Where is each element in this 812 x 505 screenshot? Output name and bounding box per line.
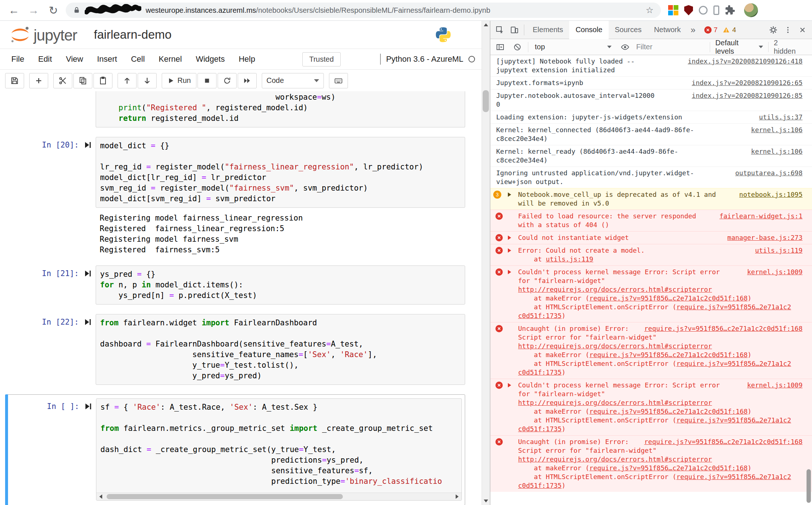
cell-horizontal-scrollbar[interactable]: [96, 493, 461, 500]
message-source-link[interactable]: fairlearn-widget.js:1: [719, 212, 803, 221]
console-message[interactable]: index.js?v=20200821090126:65Jupytext.for…: [490, 76, 812, 89]
message-source-link[interactable]: kernel.js:1009: [747, 268, 803, 276]
command-palette-button[interactable]: [329, 73, 348, 88]
message-source-link[interactable]: require.js?v=951f856…c2e71a1c2c0d51f:168: [644, 437, 803, 446]
console-message[interactable]: require.js?v=951f856…c2e71a1c2c0d51f:168…: [490, 435, 812, 492]
console-message[interactable]: kernel.js:1009×Couldn't process kernel m…: [490, 265, 812, 322]
console-message[interactable]: kernel.js:106Kernel: kernel_ready (86d40…: [490, 145, 812, 167]
menu-widgets[interactable]: Widgets: [189, 54, 231, 64]
warning-badge[interactable]: 4: [723, 26, 736, 34]
console-filter-input[interactable]: [635, 42, 706, 51]
address-bar[interactable]: westeurope.instances.azureml.ms/notebook…: [66, 3, 661, 18]
ublock-extension-icon[interactable]: [684, 5, 693, 15]
inline-link[interactable]: require.js?v=951f856…c2e71a1c2c0d51f:168: [589, 351, 747, 359]
interrupt-kernel-button[interactable]: [198, 73, 217, 88]
notebook-cell[interactable]: In [20]: model_dict = {} lr_reg_id = reg…: [5, 137, 465, 256]
trusted-button[interactable]: Trusted: [302, 52, 341, 66]
tab-sources[interactable]: Sources: [609, 21, 648, 39]
menu-kernel[interactable]: Kernel: [152, 54, 189, 64]
expand-caret-icon[interactable]: [508, 192, 511, 197]
notebook-title[interactable]: fairlearn-demo: [94, 28, 172, 42]
inline-link[interactable]: http://requirejs.org/docs/errors.html#sc…: [518, 455, 712, 463]
console-message[interactable]: index.js?v=20200821090126:418[jupytext] …: [490, 55, 812, 76]
cell-code-input[interactable]: workspace=ws) print("Registered ", regis…: [96, 91, 465, 127]
message-source-link[interactable]: utils.js:37: [759, 113, 803, 122]
inline-link[interactable]: require.js?v=951f856…2e71a1c2: [677, 303, 791, 311]
restart-kernel-button[interactable]: [218, 73, 237, 88]
more-tabs-chevron[interactable]: »: [687, 25, 699, 35]
jupyter-logo[interactable]: jupyter: [9, 26, 77, 43]
restart-run-all-button[interactable]: [238, 73, 257, 88]
inline-link[interactable]: require.js?v=951f856…c2e71a1c2c0d51f:168: [589, 464, 747, 472]
menu-help[interactable]: Help: [232, 54, 262, 64]
forward-button[interactable]: →: [26, 4, 41, 16]
reload-button[interactable]: ↻: [46, 4, 61, 17]
message-source-link[interactable]: require.js?v=951f856…c2e71a1c2c0d51f:168: [644, 324, 803, 333]
notebook-cell[interactable]: In [22]: from fairlearn.widget import Fa…: [5, 314, 465, 385]
run-cell-icon[interactable]: [84, 401, 92, 410]
devtools-settings-gear-icon[interactable]: [766, 21, 781, 39]
inline-link[interactable]: utils.js:119: [546, 255, 593, 263]
page-vertical-scrollbar[interactable]: [482, 21, 490, 505]
tab-console[interactable]: Console: [569, 21, 608, 39]
paste-cell-button[interactable]: [93, 73, 112, 88]
message-source-link[interactable]: kernel.js:106: [751, 126, 803, 134]
back-button[interactable]: ←: [7, 4, 21, 16]
inline-link[interactable]: require.js?v=951f856…2e71a1c2: [677, 416, 791, 424]
message-source-link[interactable]: notebook.js:1095: [739, 190, 803, 199]
inline-link[interactable]: http://requirejs.org/docs/errors.html#sc…: [518, 286, 712, 293]
save-button[interactable]: [5, 73, 24, 88]
move-cell-up-button[interactable]: [118, 73, 137, 88]
notebook-cell[interactable]: In [ ]: sf = { 'Race': A_test.Race, 'Sex…: [5, 394, 465, 505]
scroll-up-arrow[interactable]: [482, 21, 490, 29]
device-toolbar-icon[interactable]: [507, 21, 522, 39]
run-cell-icon[interactable]: [84, 140, 91, 149]
inline-link[interactable]: c0d51f:1735: [518, 482, 562, 489]
message-source-link[interactable]: index.js?v=20200821090126:85: [692, 91, 803, 100]
run-cell-icon[interactable]: [84, 268, 91, 277]
add-cell-button[interactable]: [29, 73, 48, 88]
clear-console-icon[interactable]: [510, 38, 524, 56]
bookmark-star-icon[interactable]: ☆: [646, 5, 654, 15]
console-sidebar-toggle-icon[interactable]: [493, 38, 507, 56]
extension-icon[interactable]: [713, 5, 719, 15]
message-source-link[interactable]: utils.js:119: [755, 246, 803, 255]
console-message[interactable]: manager-base.js:273×Could not instantiat…: [490, 231, 812, 244]
live-expression-eye-icon[interactable]: [618, 38, 632, 56]
expand-caret-icon[interactable]: [508, 270, 511, 274]
cell-code-input[interactable]: model_dict = {} lr_reg_id = register_mod…: [96, 137, 465, 208]
message-source-link[interactable]: kernel.js:106: [751, 147, 803, 156]
menu-edit[interactable]: Edit: [31, 54, 59, 64]
expand-caret-icon[interactable]: [508, 236, 511, 240]
cut-cell-button[interactable]: [53, 73, 72, 88]
error-badge[interactable]: × 7: [704, 26, 718, 34]
menu-view[interactable]: View: [59, 54, 90, 64]
tab-network[interactable]: Network: [648, 21, 687, 39]
menu-cell[interactable]: Cell: [124, 54, 152, 64]
scroll-down-arrow[interactable]: [482, 497, 490, 505]
console-message[interactable]: fairlearn-widget.js:1×Failed to load res…: [490, 210, 812, 231]
scrollbar-thumb[interactable]: [483, 90, 489, 112]
javascript-context-select[interactable]: top: [532, 43, 614, 51]
console-message[interactable]: index.js?v=20200821090126:85Jupyter.note…: [490, 89, 812, 111]
expand-caret-icon[interactable]: [508, 248, 511, 253]
console-message[interactable]: utils.js:119×Error: Could not create a m…: [490, 244, 812, 265]
expand-caret-icon[interactable]: [508, 383, 511, 387]
menu-file[interactable]: File: [4, 54, 31, 64]
run-button[interactable]: Run: [162, 73, 196, 88]
profile-avatar[interactable]: [744, 3, 758, 17]
extension-icon[interactable]: [699, 6, 708, 15]
console-message[interactable]: utils.js:37Loading extension: jupyter-js…: [490, 111, 812, 123]
copy-cell-button[interactable]: [73, 73, 92, 88]
devtools-close-icon[interactable]: [795, 21, 810, 39]
inline-link[interactable]: c0d51f:1735: [518, 368, 562, 376]
menu-insert[interactable]: Insert: [90, 54, 124, 64]
inline-link[interactable]: http://requirejs.org/docs/errors.html#sc…: [518, 342, 712, 350]
message-source-link[interactable]: kernel.js:1009: [747, 381, 803, 390]
console-message[interactable]: kernel.js:106Kernel: kernel_connected (8…: [490, 123, 812, 145]
message-source-link[interactable]: outputarea.js:698: [735, 169, 803, 177]
scroll-left-arrow[interactable]: [96, 494, 105, 499]
message-source-link[interactable]: manager-base.js:273: [727, 233, 803, 242]
tab-elements[interactable]: Elements: [526, 21, 569, 39]
scrollbar-thumb[interactable]: [107, 494, 343, 499]
